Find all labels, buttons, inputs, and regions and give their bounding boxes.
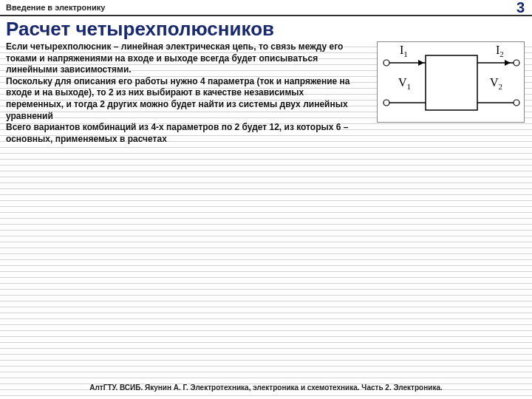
page-title: Расчет четырехполюсников <box>6 18 526 41</box>
label-v1: V1 <box>398 76 411 91</box>
label-v2: V2 <box>490 76 502 91</box>
title-band: Расчет четырехполюсников <box>0 16 532 44</box>
svg-point-5 <box>514 60 519 66</box>
page-number: 3 <box>516 0 525 16</box>
body-content: Если четырехполюсник – линейная электрич… <box>6 41 361 145</box>
svg-rect-0 <box>426 55 477 110</box>
page-header: Введение в электронику 3 <box>0 0 532 16</box>
header-topic: Введение в электронику <box>6 3 105 12</box>
svg-marker-10 <box>505 60 511 66</box>
svg-point-3 <box>383 100 389 106</box>
body-text: Если четырехполюсник – линейная электрич… <box>6 41 361 145</box>
paragraph-3: Всего вариантов комбинаций из 4-х параме… <box>6 122 361 145</box>
page-footer: АлтГТУ. ВСИБ. Якунин А. Г. Электротехник… <box>0 383 532 392</box>
svg-point-7 <box>514 100 519 106</box>
svg-marker-9 <box>418 60 424 66</box>
label-i2: I2 <box>496 44 504 58</box>
two-port-network-diagram: I1 I2 V1 V2 <box>377 41 525 123</box>
paragraph-1: Если четырехполюсник – линейная электрич… <box>6 41 361 76</box>
paragraph-2: Поскольку для описания его работы нужно … <box>6 76 361 122</box>
svg-point-1 <box>383 60 389 66</box>
label-i1: I1 <box>400 44 408 58</box>
